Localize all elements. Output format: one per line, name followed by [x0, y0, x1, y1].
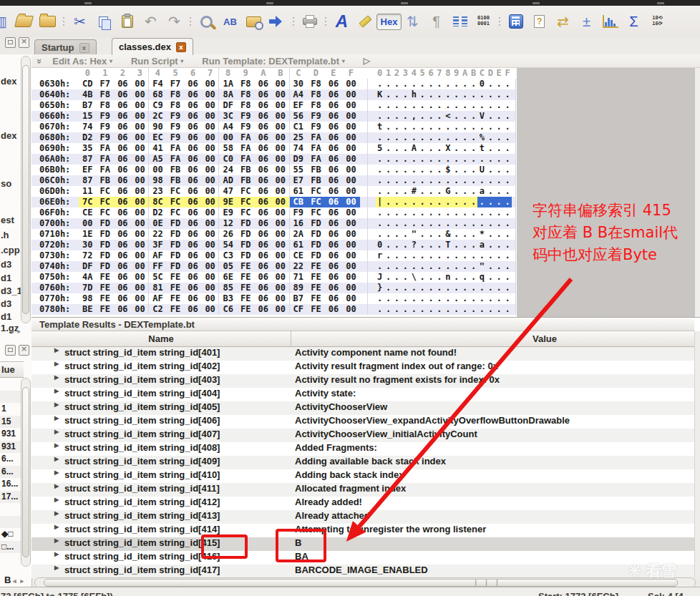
ascii-char[interactable]: . — [409, 293, 418, 304]
expand-triangle-icon[interactable]: ▶ — [54, 374, 59, 381]
hex-byte[interactable]: 00 — [202, 100, 220, 111]
hex-row[interactable]: 0780h:BEFE0600C2FE0600C6FE0600CFFE0600..… — [31, 304, 516, 315]
hex-byte[interactable]: FE — [307, 272, 325, 283]
ascii-char[interactable]: . — [393, 229, 402, 240]
swap-lines-icon[interactable]: ⇅ — [401, 10, 424, 33]
ascii-char[interactable]: . — [495, 250, 503, 261]
ascii-char[interactable]: . — [461, 218, 470, 229]
hex-byte[interactable]: FE — [307, 293, 325, 304]
ascii-char[interactable]: . — [376, 186, 384, 197]
ascii-char[interactable]: . — [418, 240, 427, 250]
ascii-char[interactable]: . — [418, 207, 427, 218]
ascii-char[interactable]: . — [486, 100, 495, 111]
ascii-char[interactable]: . — [384, 240, 393, 250]
ascii-char[interactable]: . — [452, 79, 461, 89]
hex-byte[interactable]: 15 — [79, 111, 97, 122]
expand-triangle-icon[interactable]: ▶ — [54, 347, 59, 353]
hex-byte[interactable]: D2 — [79, 132, 97, 143]
ascii-char[interactable]: . — [452, 132, 461, 143]
hex-byte[interactable]: 06 — [184, 261, 202, 272]
hex-byte[interactable]: 8A — [219, 89, 237, 100]
ascii-char[interactable]: . — [470, 132, 478, 143]
ascii-char[interactable]: . — [477, 175, 486, 186]
hex-byte[interactable]: 06 — [184, 197, 202, 207]
ascii-char[interactable]: \ — [409, 272, 418, 283]
hex-byte[interactable]: FB — [237, 175, 255, 186]
hex-byte[interactable]: 06 — [325, 207, 343, 218]
ascii-char[interactable]: . — [444, 122, 452, 132]
hex-byte[interactable]: CE — [290, 250, 308, 261]
hex-row[interactable]: 0700h:00FD06000EFD060012FD060016FD0600..… — [31, 218, 516, 229]
ascii-char[interactable]: . — [384, 272, 393, 283]
ascii-char[interactable]: & — [444, 229, 452, 240]
ascii-char[interactable]: . — [461, 111, 470, 122]
ascii-char[interactable]: . — [503, 89, 512, 100]
panel-nav-arrows[interactable]: ◂▸ — [10, 328, 25, 335]
ascii-char[interactable]: . — [401, 229, 409, 240]
ascii-char[interactable]: . — [477, 89, 486, 100]
ascii-char[interactable]: . — [427, 122, 435, 132]
ascii-char[interactable]: . — [401, 250, 409, 261]
ascii-char[interactable]: G — [444, 186, 452, 197]
hex-byte[interactable]: F8 — [307, 89, 325, 100]
ascii-char[interactable]: . — [477, 250, 486, 261]
ascii-char[interactable]: . — [452, 89, 461, 100]
ascii-char[interactable]: . — [376, 293, 384, 304]
tab-close-icon[interactable]: x — [79, 43, 89, 53]
ascii-char[interactable]: . — [384, 293, 393, 304]
ascii-char[interactable]: . — [503, 154, 512, 165]
ascii-char[interactable]: J — [376, 272, 384, 283]
hex-byte[interactable]: 87 — [79, 175, 97, 186]
hex-byte[interactable]: 68 — [149, 89, 167, 100]
hex-byte[interactable]: 00 — [272, 186, 290, 197]
hex-byte[interactable]: FE — [237, 293, 255, 304]
hex-byte[interactable]: 00 — [202, 207, 220, 218]
hex-row[interactable]: 0680h:D2F90600ECF9060000FA060025FA0600..… — [31, 132, 516, 143]
ascii-char[interactable]: . — [486, 229, 495, 240]
ascii-char[interactable]: . — [461, 240, 470, 250]
hex-byte[interactable]: 61 — [290, 186, 308, 197]
edit-as-dropdown[interactable]: Edit As: Hex ▾ — [52, 56, 112, 67]
hex-byte[interactable]: 4B — [79, 89, 97, 100]
expand-triangle-icon[interactable]: ▶ — [54, 415, 59, 421]
expand-triangle-icon[interactable]: ▶ — [54, 442, 59, 449]
ascii-char[interactable]: . — [461, 79, 470, 89]
hex-byte[interactable]: 22 — [149, 229, 167, 240]
hex-byte[interactable]: F9 — [307, 111, 325, 122]
hex-byte[interactable]: F9 — [97, 122, 115, 132]
ascii-char[interactable]: . — [418, 100, 427, 111]
hex-byte[interactable]: 06 — [325, 283, 343, 293]
ascii-char[interactable]: . — [376, 154, 384, 165]
ascii-char[interactable]: K — [376, 89, 384, 100]
ascii-char[interactable]: . — [401, 293, 409, 304]
copy-icon[interactable] — [92, 10, 115, 33]
ascii-char[interactable]: % — [477, 132, 486, 143]
hex-byte[interactable]: F8 — [237, 100, 255, 111]
hex-byte[interactable]: 85 — [219, 283, 237, 293]
hex-byte[interactable]: 00 — [342, 283, 360, 293]
ascii-char[interactable]: . — [409, 218, 418, 229]
ascii-char[interactable]: . — [486, 304, 495, 315]
hex-byte[interactable]: 00 — [132, 250, 150, 261]
hex-byte[interactable]: 00 — [342, 207, 360, 218]
hex-byte[interactable]: AF — [149, 250, 167, 261]
hex-byte[interactable]: F7 — [167, 79, 185, 89]
hex-byte[interactable]: FA — [307, 154, 325, 165]
ascii-char[interactable]: . — [401, 207, 409, 218]
hex-byte[interactable]: F9 — [167, 111, 185, 122]
save-all-icon[interactable]: ▥ — [0, 10, 12, 33]
ascii-char[interactable]: . — [461, 283, 470, 293]
ascii-char[interactable]: . — [393, 304, 402, 315]
hex-byte[interactable]: 06 — [325, 261, 343, 272]
ascii-char[interactable]: . — [418, 154, 427, 165]
ascii-char[interactable]: . — [452, 175, 461, 186]
ascii-char[interactable]: . — [452, 197, 461, 207]
hex-byte[interactable]: FA — [307, 143, 325, 154]
file-list-item-clipped[interactable]: est — [1, 215, 14, 225]
ascii-char[interactable]: . — [452, 283, 461, 293]
hex-byte[interactable]: 06 — [114, 79, 132, 89]
hex-byte[interactable]: 00 — [202, 250, 220, 261]
ascii-char[interactable]: . — [495, 122, 503, 132]
ascii-char[interactable]: . — [427, 175, 435, 186]
hex-row[interactable]: 0760h:7DFE060081FE060085FE060089FE0600}.… — [31, 283, 516, 293]
